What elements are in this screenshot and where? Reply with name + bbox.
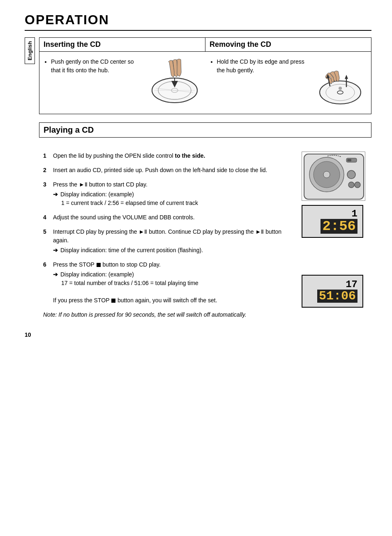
step-5-text: Interrupt CD play by pressing the ►Ⅱ but… (53, 228, 297, 255)
steps-right: 1 2:56 17 51:06 (302, 152, 367, 319)
svg-point-22 (347, 170, 355, 179)
display-2-time: 51:06 (317, 290, 357, 303)
playing-cd-section-box: Playing a CD (39, 122, 371, 138)
player-illustration (302, 152, 365, 201)
playing-cd-heading: Playing a CD (39, 123, 371, 137)
step-1: 1 Open the lid by pushing the OPEN slide… (43, 152, 297, 160)
step-3-text: Press the ►Ⅱ button to start CD play. ➔ … (53, 180, 297, 207)
svg-marker-14 (345, 75, 348, 79)
display-1-time: 2:56 (321, 219, 357, 234)
step-5-display-label: Display indication: time of the current … (60, 246, 203, 255)
insert-cd-heading: Inserting the CD (39, 38, 205, 51)
insert-cd-text: Push gently on the CD center so that it … (44, 58, 144, 75)
step-6-extra: If you press the STOP button again, you … (53, 297, 217, 304)
step-6-text: Press the STOP button to stop CD play. ➔… (53, 260, 297, 305)
step-4-num: 4 (43, 213, 51, 222)
cd-section-box: Inserting the CD Removing the CD Push ge… (39, 37, 371, 114)
steps-container: 1 Open the lid by pushing the OPEN slide… (43, 152, 367, 319)
step-6-display-label: Display indication: (example) (60, 270, 134, 279)
step-1-text: Open the lid by pushing the OPEN slide c… (53, 152, 297, 160)
arrow-symbol-3: ➔ (53, 190, 58, 199)
playing-section-content: 1 Open the lid by pushing the OPEN slide… (39, 146, 371, 323)
cd-operations-content: Push gently on the CD center so that it … (39, 52, 371, 114)
note-text: Note: If no button is pressed for 90 sec… (43, 311, 297, 319)
step-4-text: Adjust the sound using the VOLUME and DB… (53, 213, 297, 222)
arrow-symbol-5: ➔ (53, 246, 58, 255)
step-3-sub: 1 = current track / 2:56 = elapsed time … (61, 199, 297, 207)
remove-cd-text: Hold the CD by its edge and press the hu… (210, 58, 310, 75)
step-5-arrow: ➔ Display indication: time of the curren… (53, 246, 297, 255)
cd-section-header: Inserting the CD Removing the CD (39, 38, 371, 52)
step-6-num: 6 (43, 260, 51, 305)
step-2-num: 2 (43, 166, 51, 175)
display-2-track: 17 (346, 280, 357, 290)
svg-point-23 (348, 182, 354, 188)
display-1-track: 1 (352, 209, 357, 219)
display-2: 17 51:06 (302, 275, 363, 308)
sidebar-language-label: English (25, 37, 35, 64)
page-title: OPERATION (25, 12, 371, 28)
step-3-num: 3 (43, 180, 51, 207)
step-1-num: 1 (43, 152, 51, 160)
svg-point-24 (355, 182, 360, 188)
stop-icon-6 (97, 263, 101, 267)
step-3-display-label: Display indication: (example) (60, 190, 134, 199)
remove-cd-content: Hold the CD by its edge and press the hu… (205, 58, 367, 108)
title-divider (25, 30, 371, 31)
step-6-arrow: ➔ Display indication: (example) (53, 270, 297, 279)
step-6-sub: 17 = total number of tracks / 51:06 = to… (61, 279, 297, 288)
svg-point-19 (323, 171, 330, 178)
insert-cd-illustration (148, 58, 201, 108)
insert-cd-content: Push gently on the CD center so that it … (44, 58, 201, 108)
step-3: 3 Press the ►Ⅱ button to start CD play. … (43, 180, 297, 207)
main-content: Inserting the CD Removing the CD Push ge… (39, 37, 371, 323)
step-2-text: Insert an audio CD, printed side up. Pus… (53, 166, 297, 175)
step-5-num: 5 (43, 228, 51, 255)
step-6: 6 Press the STOP button to stop CD play.… (43, 260, 297, 305)
arrow-symbol-6: ➔ (53, 270, 58, 279)
svg-rect-21 (347, 159, 351, 161)
step-5: 5 Interrupt CD play by pressing the ►Ⅱ b… (43, 228, 297, 255)
page-number: 10 (25, 331, 371, 338)
steps-left: 1 Open the lid by pushing the OPEN slide… (43, 152, 297, 319)
step-4: 4 Adjust the sound using the VOLUME and … (43, 213, 297, 222)
svg-point-15 (339, 87, 342, 90)
display-1: 1 2:56 (302, 205, 363, 238)
step-3-arrow: ➔ Display indication: (example) (53, 190, 297, 199)
remove-cd-heading: Removing the CD (205, 38, 371, 51)
stop-icon-6b (111, 299, 115, 303)
step-2: 2 Insert an audio CD, printed side up. P… (43, 166, 297, 175)
remove-cd-illustration (314, 58, 367, 108)
content-wrapper: English Inserting the CD Removing the CD… (25, 37, 371, 323)
